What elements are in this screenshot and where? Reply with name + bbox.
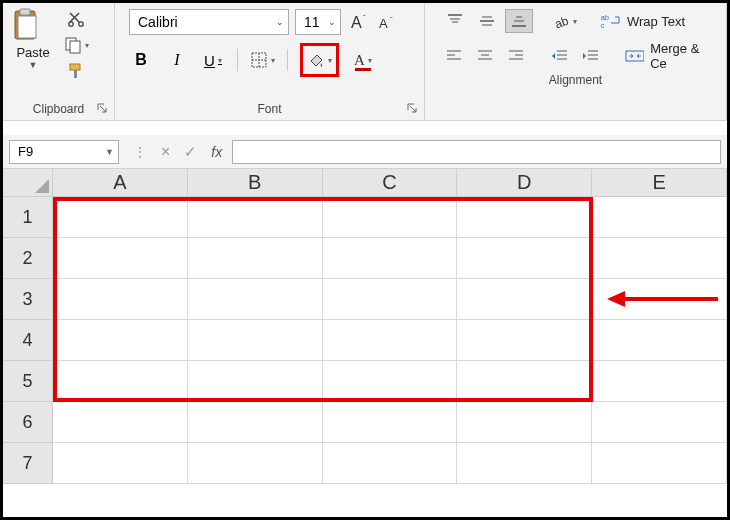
font-size-combo[interactable]: 11 ⌄	[295, 9, 341, 35]
row-header[interactable]: 5	[3, 361, 53, 402]
cell[interactable]	[592, 443, 727, 484]
cell[interactable]	[457, 361, 592, 402]
align-top-button[interactable]	[441, 9, 469, 33]
row-header[interactable]: 1	[3, 197, 53, 238]
cell[interactable]	[592, 279, 727, 320]
cell[interactable]	[592, 320, 727, 361]
font-color-swatch	[355, 68, 371, 71]
decrease-indent-button[interactable]	[547, 44, 574, 68]
merge-center-button[interactable]: Merge & Ce	[625, 41, 716, 71]
cell[interactable]	[188, 238, 323, 279]
ribbon: Paste ▼ ▾ Clipboard	[3, 3, 727, 121]
row-header[interactable]: 3	[3, 279, 53, 320]
cell[interactable]	[592, 238, 727, 279]
cell[interactable]	[592, 361, 727, 402]
cell[interactable]	[323, 361, 458, 402]
column-header[interactable]: D	[457, 169, 592, 197]
decrease-font-icon: Aˇ	[377, 12, 399, 32]
copy-button[interactable]: ▾	[63, 35, 89, 55]
column-header[interactable]: C	[323, 169, 458, 197]
cell[interactable]	[53, 443, 188, 484]
align-middle-button[interactable]	[473, 9, 501, 33]
cell[interactable]	[323, 320, 458, 361]
chevron-down-icon: ⌄	[276, 17, 284, 27]
name-box[interactable]: F9 ▼	[9, 140, 119, 164]
increase-indent-button[interactable]	[577, 44, 604, 68]
cell[interactable]	[188, 361, 323, 402]
row-header[interactable]: 2	[3, 238, 53, 279]
format-painter-button[interactable]	[63, 61, 89, 81]
cut-button[interactable]	[63, 9, 89, 29]
cell[interactable]	[323, 443, 458, 484]
cell[interactable]	[457, 238, 592, 279]
font-size-value: 11	[304, 14, 320, 30]
scissors-icon	[67, 10, 85, 28]
increase-font-button[interactable]: Aˆ	[347, 9, 373, 35]
cell[interactable]	[53, 320, 188, 361]
align-left-button[interactable]	[441, 44, 468, 68]
alignment-group-label: Alignment	[425, 71, 726, 91]
chevron-down-icon: ▼	[105, 147, 114, 157]
paste-button[interactable]: Paste ▼	[9, 7, 57, 70]
cell[interactable]	[53, 402, 188, 443]
cell[interactable]	[188, 279, 323, 320]
cell[interactable]	[592, 197, 727, 238]
cell[interactable]	[323, 197, 458, 238]
separator	[237, 49, 238, 71]
align-center-button[interactable]	[472, 44, 499, 68]
row-header[interactable]: 6	[3, 402, 53, 443]
fill-color-button[interactable]: ▾	[300, 43, 339, 77]
cell[interactable]	[457, 279, 592, 320]
font-name-combo[interactable]: Calibri ⌄	[129, 9, 289, 35]
chevron-down-icon[interactable]: ▼	[9, 60, 57, 70]
cell[interactable]	[592, 402, 727, 443]
clipboard-icon	[9, 7, 43, 43]
svg-text:c: c	[601, 22, 605, 29]
underline-button[interactable]: U▾	[201, 46, 225, 74]
column-header[interactable]: B	[188, 169, 323, 197]
svg-rect-1	[18, 16, 36, 38]
row-header[interactable]: 4	[3, 320, 53, 361]
cell[interactable]	[323, 238, 458, 279]
clipboard-launcher[interactable]	[96, 102, 110, 116]
separator	[287, 49, 288, 71]
fx-label[interactable]: fx	[211, 144, 222, 160]
font-launcher[interactable]	[406, 102, 420, 116]
cell[interactable]	[323, 402, 458, 443]
cell[interactable]	[188, 443, 323, 484]
cell[interactable]	[188, 402, 323, 443]
cell[interactable]	[188, 197, 323, 238]
column-header[interactable]: A	[53, 169, 188, 197]
cancel-icon[interactable]: ×	[161, 143, 170, 161]
orientation-button[interactable]: ab▾	[551, 9, 579, 33]
cell[interactable]	[457, 402, 592, 443]
font-color-button[interactable]: A ▾	[351, 46, 375, 74]
align-bottom-button[interactable]	[505, 9, 533, 33]
cell[interactable]	[53, 361, 188, 402]
select-all-corner[interactable]	[3, 169, 53, 197]
align-right-button[interactable]	[502, 44, 529, 68]
increase-font-icon: Aˆ	[349, 12, 371, 32]
svg-rect-6	[70, 41, 80, 53]
enter-icon[interactable]: ✓	[184, 143, 197, 161]
cell[interactable]	[53, 238, 188, 279]
borders-button[interactable]: ▾	[250, 46, 275, 74]
column-header[interactable]: E	[592, 169, 727, 197]
cell[interactable]	[457, 197, 592, 238]
formula-input[interactable]	[232, 140, 721, 164]
worksheet-grid: A B C D E 1 2 3 4 5 6 7	[3, 169, 727, 484]
increase-indent-icon	[582, 48, 600, 64]
cell[interactable]	[323, 279, 458, 320]
cell[interactable]	[188, 320, 323, 361]
bold-button[interactable]: B	[129, 46, 153, 74]
italic-button[interactable]: I	[165, 46, 189, 74]
decrease-font-button[interactable]: Aˇ	[375, 9, 401, 35]
svg-point-4	[79, 22, 83, 26]
cell[interactable]	[53, 197, 188, 238]
row-header[interactable]: 7	[3, 443, 53, 484]
cell[interactable]	[457, 320, 592, 361]
cell[interactable]	[53, 279, 188, 320]
cell[interactable]	[457, 443, 592, 484]
wrap-text-button[interactable]: abc Wrap Text	[601, 13, 685, 29]
borders-icon	[250, 51, 268, 69]
